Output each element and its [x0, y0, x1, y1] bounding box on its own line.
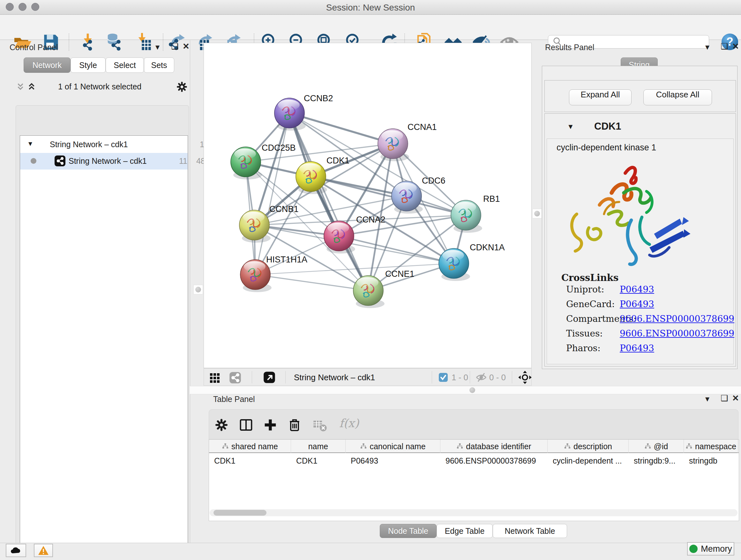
control-panel-collapse-icon[interactable]: ▾: [155, 42, 159, 52]
birds-eye-view-icon[interactable]: [518, 370, 532, 384]
main-toolbar: ?: [0, 15, 741, 40]
node-CCNA1[interactable]: [378, 129, 409, 161]
tab-style[interactable]: Style: [71, 57, 106, 73]
table-cell[interactable]: stringdb: [684, 454, 738, 468]
cdk1-expander-icon[interactable]: ▼: [567, 123, 574, 131]
table-panel-close-icon[interactable]: ✕: [732, 393, 739, 403]
title-bar: Session: New Session: [0, 0, 741, 15]
crosslink-label: Pharos:: [566, 343, 601, 354]
tab-edge-table[interactable]: Edge Table: [436, 524, 493, 538]
left-splitter-handle[interactable]: [193, 285, 203, 294]
cloud-icon: [10, 546, 22, 555]
network-collection-row[interactable]: ▼ String Network – cdk1 1: [20, 136, 188, 153]
splitter-knob[interactable]: [469, 387, 475, 393]
selected-checkbox-icon[interactable]: [439, 373, 448, 382]
function-builder-icon: f(x): [339, 417, 359, 430]
control-panel-float-icon[interactable]: ❑: [171, 42, 179, 51]
node-CCNE1[interactable]: [353, 275, 385, 308]
node-CCNA2[interactable]: [324, 221, 355, 253]
network-row[interactable]: String Network – cdk1 11 48: [20, 153, 188, 170]
collection-expander-icon[interactable]: ▼: [27, 140, 33, 147]
network-list-header: 1 of 1 Network selected: [20, 80, 186, 94]
crosslink-link[interactable]: 9606.ENSP00000378699: [620, 314, 734, 324]
table-cell[interactable]: stringdb:9...: [629, 454, 684, 468]
results-panel-close-icon[interactable]: ✕: [732, 42, 739, 51]
node-CDKN1A[interactable]: [439, 248, 470, 281]
show-columns-icon[interactable]: [239, 417, 254, 433]
table-cell[interactable]: 9606.ENSP00000378699: [441, 454, 548, 468]
crosslink-label: Uniprot:: [566, 284, 604, 295]
selected-nodes-edges-count: 1 - 0: [452, 373, 468, 382]
scrollbar-thumb[interactable]: [213, 510, 266, 516]
column-header--id[interactable]: @id: [629, 440, 684, 453]
tab-select[interactable]: Select: [106, 57, 144, 73]
horizontal-splitter[interactable]: [190, 386, 741, 394]
column-header-name[interactable]: name: [291, 440, 346, 453]
table-panel-float-icon[interactable]: ❑: [721, 393, 728, 403]
node-CDC6[interactable]: [392, 181, 423, 213]
column-header-namespace[interactable]: namespace: [684, 440, 738, 453]
table-cell[interactable]: CDK1: [291, 454, 346, 468]
crosslinks-heading: CrossLinks: [561, 272, 618, 283]
protein-structure-image: [563, 157, 690, 278]
grid-view-icon[interactable]: [209, 372, 221, 383]
node-label-CDC25B: CDC25B: [262, 143, 296, 152]
node-label-CDK1: CDK1: [327, 156, 349, 165]
warning-icon: [38, 545, 49, 556]
column-header-description[interactable]: description: [548, 440, 629, 453]
crosslink-link[interactable]: P06493: [620, 343, 654, 354]
create-column-plus-icon[interactable]: [263, 417, 278, 433]
tab-network[interactable]: Network: [23, 57, 71, 73]
warning-button[interactable]: [34, 544, 53, 557]
string-network-icon: [55, 155, 65, 166]
open-in-new-window-icon[interactable]: [263, 371, 276, 384]
node-CDK1[interactable]: [296, 162, 327, 194]
string-network-graph[interactable]: CCNB2 CCNA1 CDC25B CDK1: [204, 43, 531, 368]
network-status-dot: [30, 158, 37, 164]
table-row[interactable]: CDK1CDK1P064939606.ENSP00000378699cyclin…: [209, 454, 739, 468]
result-entry-description: cyclin-dependent kinase 1: [556, 143, 656, 152]
table-panel-collapse-icon[interactable]: ▾: [705, 394, 710, 404]
node-label-CCNB1: CCNB1: [269, 204, 299, 214]
node-RB1[interactable]: [451, 200, 482, 233]
results-panel-title: Results Panel: [545, 43, 594, 52]
column-header-shared-name[interactable]: shared name: [209, 440, 291, 453]
table-cell[interactable]: CDK1: [209, 454, 291, 468]
delete-table-icon: [312, 417, 327, 433]
collection-name: String Network – cdk1: [50, 140, 128, 149]
table-header-row: shared namenamecanonical namedatabase id…: [209, 440, 739, 453]
tab-network-table[interactable]: Network Table: [493, 524, 567, 538]
collapse-all-icon[interactable]: [15, 81, 26, 92]
node-HIST1H1A[interactable]: [240, 260, 272, 292]
control-panel-close-icon[interactable]: ✕: [183, 42, 190, 51]
results-panel-collapse-icon[interactable]: ▾: [705, 42, 710, 52]
memory-button[interactable]: Memory: [687, 542, 734, 556]
results-panel-float-icon[interactable]: ❑: [721, 42, 728, 51]
crosslink-link[interactable]: P06493: [620, 284, 654, 295]
collapse-all-button[interactable]: Collapse All: [643, 89, 712, 105]
column-header-canonical-name[interactable]: canonical name: [346, 440, 441, 453]
cloud-button[interactable]: [6, 544, 26, 557]
table-toolbar: f(x): [209, 409, 738, 439]
table-cell[interactable]: P06493: [346, 454, 441, 468]
crosslink-link[interactable]: P06493: [620, 299, 654, 309]
network-overview-icon[interactable]: [229, 371, 242, 384]
table-options-gear-icon[interactable]: [214, 417, 229, 433]
table-horizontal-scrollbar[interactable]: [210, 509, 738, 516]
right-splitter-handle[interactable]: [532, 209, 542, 219]
network-options-gear-icon[interactable]: [176, 80, 188, 93]
tab-sets[interactable]: Sets: [144, 57, 174, 73]
result-entry-name: CDK1: [594, 121, 621, 132]
node-CDC25B[interactable]: [231, 147, 262, 179]
network-canvas[interactable]: CCNB2 CCNA1 CDC25B CDK1: [204, 43, 532, 368]
column-header-database-identifier[interactable]: database identifier: [441, 440, 548, 453]
control-panel: Control Panel ▾ ❑ ✕ NetworkStyleSelectSe…: [0, 40, 190, 543]
node-label-CCNE1: CCNE1: [385, 269, 414, 279]
expand-all-button[interactable]: Expand All: [569, 89, 631, 105]
tab-node-table[interactable]: Node Table: [380, 524, 436, 538]
table-cell[interactable]: cyclin-dependent ...: [548, 454, 629, 468]
expand-all-icon[interactable]: [26, 81, 37, 92]
node-CCNB2[interactable]: [274, 98, 306, 131]
crosslink-link[interactable]: 9606.ENSP00000378699: [620, 328, 734, 339]
delete-column-trash-icon[interactable]: [287, 417, 302, 433]
